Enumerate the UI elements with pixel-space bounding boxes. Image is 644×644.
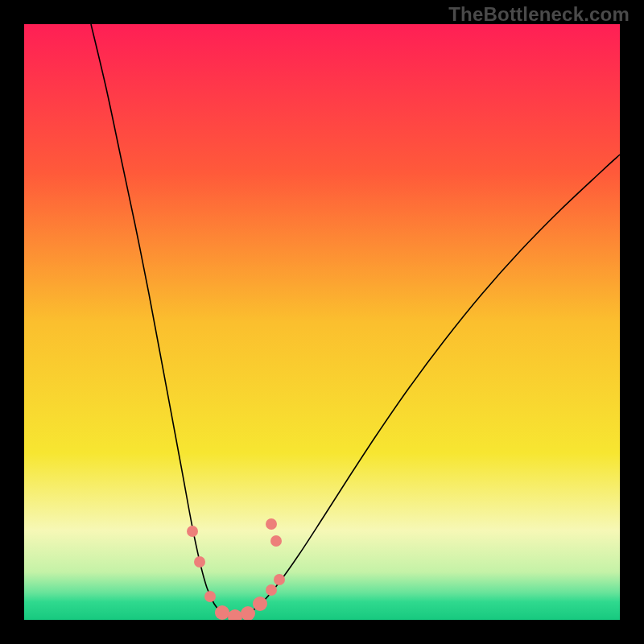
gradient-background xyxy=(24,24,620,620)
plot-area xyxy=(24,24,620,620)
data-marker xyxy=(204,591,216,602)
watermark-text: TheBottleneck.com xyxy=(448,3,630,26)
data-marker xyxy=(266,518,277,530)
data-marker xyxy=(274,574,285,585)
data-marker xyxy=(194,556,205,568)
bottleneck-chart xyxy=(24,24,620,620)
chart-container: TheBottleneck.com xyxy=(0,0,644,644)
data-marker xyxy=(215,605,229,620)
data-marker xyxy=(253,597,267,611)
data-marker xyxy=(266,584,277,596)
data-marker xyxy=(187,526,198,537)
data-marker xyxy=(270,535,282,547)
